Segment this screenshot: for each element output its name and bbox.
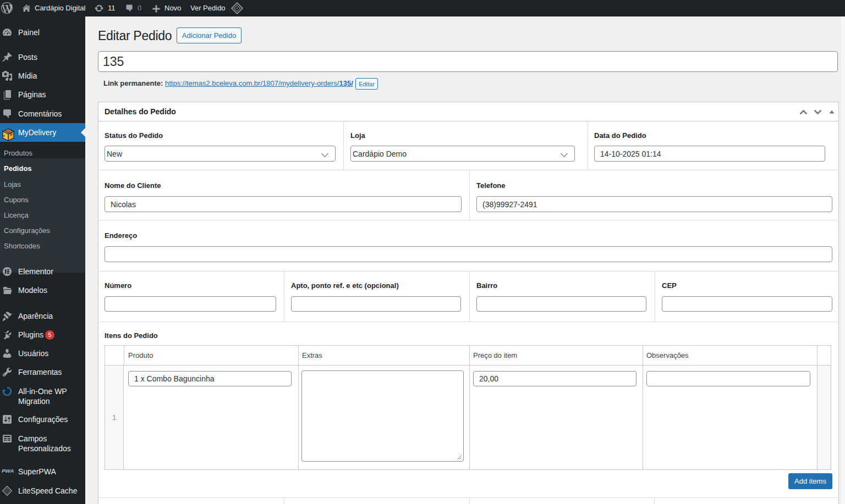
svg-text:PWA: PWA	[2, 468, 14, 474]
